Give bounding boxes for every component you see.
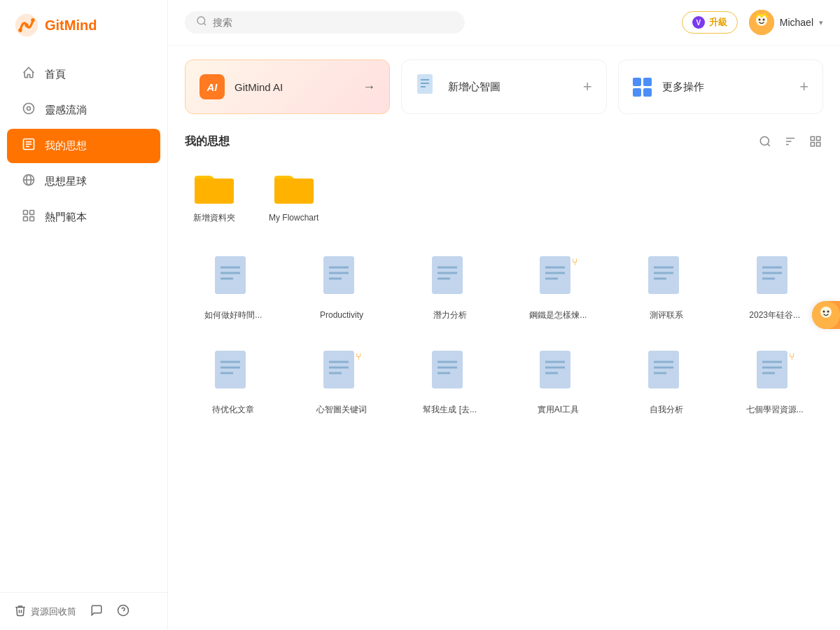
new-folder-icon	[193, 169, 235, 205]
chat-icon	[90, 604, 103, 619]
list-item[interactable]: 待优化文章	[185, 344, 282, 421]
list-item[interactable]: 自我分析	[618, 344, 715, 421]
folders-row: 新增資料夾 My Flowchart	[185, 163, 823, 230]
new-mindmap-plus: +	[583, 78, 592, 96]
sidebar-item-my-thoughts[interactable]: 我的思想	[7, 129, 160, 163]
ai-card-arrow: →	[363, 80, 375, 94]
doc-icon-time-management	[212, 255, 254, 302]
sort-button[interactable]	[783, 134, 798, 149]
doc-icon-potential	[429, 255, 471, 302]
trash-icon	[14, 604, 27, 619]
list-item[interactable]: 測评联系	[618, 249, 715, 327]
doc-icon-self-analysis	[645, 349, 687, 397]
list-item[interactable]: 潛力分析	[401, 249, 498, 327]
svg-rect-49	[432, 256, 463, 294]
my-thoughts-section: 我的思想	[185, 134, 823, 421]
svg-rect-16	[30, 217, 34, 221]
user-name-label: Michael	[780, 17, 813, 28]
svg-rect-14	[30, 211, 34, 215]
list-item[interactable]: 幫我生成 [去...	[401, 344, 498, 421]
new-folder-label: 新增資料夾	[193, 212, 235, 224]
list-item[interactable]: Productivity	[293, 249, 391, 327]
ai-card[interactable]: AI GitMind AI →	[185, 59, 390, 114]
svg-rect-59	[648, 256, 679, 294]
svg-rect-74	[323, 351, 354, 388]
list-item[interactable]: 實用AI工具	[510, 344, 607, 421]
files-grid-row1: 如何做好時間... Productivity	[185, 249, 823, 327]
svg-rect-15	[24, 217, 28, 221]
svg-point-5	[27, 107, 31, 111]
inspiration-icon	[21, 102, 36, 119]
files-grid-row2: 待优化文章 ⑂ 心智圖关键词	[185, 344, 823, 421]
list-item[interactable]: 如何做好時間...	[185, 249, 282, 327]
main-content: V 升級 Michael ▾	[168, 0, 840, 630]
svg-point-24	[762, 19, 764, 21]
header: V 升級 Michael ▾	[168, 0, 840, 46]
my-flowchart-folder-icon	[273, 169, 315, 205]
search-files-button[interactable]	[757, 134, 773, 149]
sidebar-item-home[interactable]: 首頁	[7, 57, 160, 92]
file-name-mindmap-kw: 心智圖关键词	[316, 404, 367, 416]
search-input[interactable]	[213, 17, 454, 28]
list-item[interactable]: 2023年硅谷...	[726, 249, 823, 327]
hot-templates-icon	[21, 209, 36, 226]
sidebar-item-inspiration[interactable]: 靈感流淌	[7, 93, 160, 127]
upgrade-label: 升級	[709, 16, 727, 29]
my-flowchart-folder-item[interactable]: My Flowchart	[260, 163, 327, 230]
ai-card-label: GitMind AI	[234, 81, 353, 93]
content-area: AI GitMind AI → 新增心智圖 +	[168, 46, 840, 630]
upgrade-button[interactable]: V 升級	[682, 11, 738, 34]
svg-rect-13	[24, 211, 28, 215]
sidebar-item-thought-planet[interactable]: 思想星球	[7, 164, 160, 199]
doc-icon-silicon	[754, 255, 796, 302]
home-icon	[21, 66, 36, 83]
chat-button[interactable]	[90, 604, 103, 619]
svg-line-30	[767, 144, 769, 146]
svg-point-23	[758, 19, 760, 21]
list-item[interactable]: ⑂ 心智圖关键词	[293, 344, 391, 421]
more-operations-grid-icon	[633, 78, 652, 97]
share-badge-mindmap-kw: ⑂	[356, 351, 361, 362]
section-header: 我的思想	[185, 134, 823, 149]
upgrade-icon: V	[692, 16, 705, 29]
sidebar-item-hot-templates[interactable]: 熱門範本	[7, 200, 160, 234]
file-name-productivity: Productivity	[320, 309, 363, 321]
file-name-learning-resources: 七個學習資源...	[746, 404, 804, 416]
trash-label: 資源回收筒	[31, 606, 76, 618]
sidebar-item-thought-planet-label: 思想星球	[45, 175, 87, 188]
view-toggle-button[interactable]	[808, 134, 823, 149]
list-item[interactable]: ⑂ 七個學習資源...	[726, 344, 823, 421]
doc-icon-productivity	[321, 255, 363, 302]
sidebar-nav: 首頁 靈感流淌 我的思想	[0, 50, 167, 592]
user-avatar	[749, 10, 774, 35]
floating-avatar[interactable]	[812, 301, 840, 329]
doc-icon-ai-tools	[537, 349, 579, 397]
logo-text: GitMind	[45, 18, 97, 34]
logo-icon	[14, 13, 39, 38]
new-mindmap-label: 新增心智圖	[448, 80, 573, 94]
new-folder-item[interactable]: 新增資料夾	[185, 163, 244, 230]
help-icon	[117, 604, 130, 619]
svg-rect-44	[323, 256, 354, 294]
search-bar[interactable]	[185, 11, 465, 34]
list-item[interactable]: ⑂ 鋼鐵是怎樣煉...	[510, 249, 607, 327]
svg-rect-54	[540, 256, 570, 294]
user-menu-chevron: ▾	[819, 18, 823, 27]
section-title: 我的思想	[185, 134, 757, 149]
file-name-ai-tools: 實用AI工具	[538, 404, 579, 416]
user-menu[interactable]: Michael ▾	[749, 10, 823, 35]
help-button[interactable]	[117, 604, 130, 619]
svg-rect-36	[811, 143, 814, 146]
svg-line-20	[204, 23, 206, 25]
logo[interactable]: GitMind	[0, 0, 167, 50]
new-mindmap-card[interactable]: 新增心智圖 +	[401, 59, 606, 114]
svg-rect-37	[817, 143, 820, 146]
file-name-ai-generate: 幫我生成 [去...	[423, 404, 477, 416]
more-operations-card[interactable]: 更多操作 +	[618, 59, 823, 114]
doc-icon-steel: ⑂	[537, 255, 579, 302]
doc-icon-review	[645, 255, 687, 302]
sidebar-item-hot-templates-label: 熱門範本	[45, 211, 87, 224]
svg-rect-84	[540, 351, 570, 388]
doc-icon-learning-resources: ⑂	[754, 349, 796, 397]
trash-button[interactable]: 資源回收筒	[14, 604, 76, 619]
